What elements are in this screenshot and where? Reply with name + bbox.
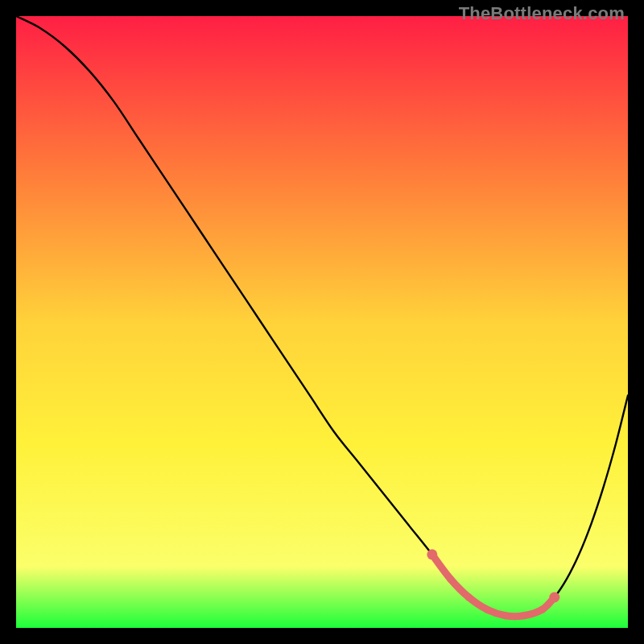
highlight-end-dot bbox=[427, 549, 437, 559]
highlight-dot bbox=[484, 606, 491, 613]
plot-area bbox=[16, 16, 628, 628]
highlight-dot bbox=[465, 594, 473, 601]
bottleneck-curve bbox=[16, 16, 628, 617]
curve-layer bbox=[16, 16, 628, 628]
watermark-text: TheBottleneck.com bbox=[459, 3, 625, 24]
highlight-dot bbox=[539, 606, 546, 613]
chart-stage: TheBottleneck.com bbox=[0, 0, 644, 644]
highlight-dot bbox=[502, 612, 510, 619]
highlight-dot bbox=[520, 612, 527, 619]
highlight-end-dot bbox=[549, 592, 559, 603]
highlight-dot bbox=[447, 576, 454, 583]
optimal-range-highlight bbox=[432, 555, 555, 617]
